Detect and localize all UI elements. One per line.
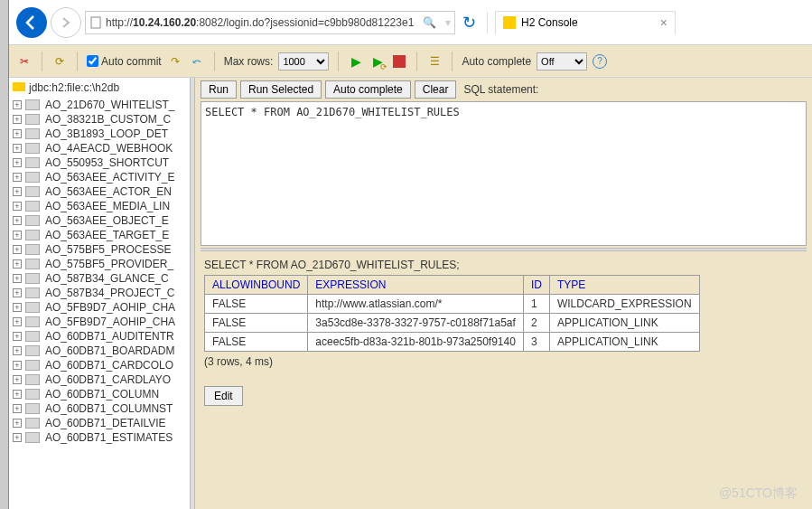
clear-button[interactable]: Clear (415, 80, 457, 99)
expand-icon[interactable]: + (13, 245, 22, 254)
column-header[interactable]: TYPE (549, 276, 699, 295)
tree-item[interactable]: +AO_60DB71_DETAILVIE (9, 416, 194, 430)
table-row[interactable]: FALSE3a53cd8e-3378-3327-9757-c0188f71a5a… (205, 314, 700, 333)
column-header[interactable]: ID (523, 276, 549, 295)
column-header[interactable]: EXPRESSION (308, 276, 524, 295)
tree-pane: jdbc:h2:file:c:\h2db +AO_21D670_WHITELIS… (9, 78, 195, 509)
expand-icon[interactable]: + (13, 158, 22, 167)
tree-item[interactable]: +AO_5FB9D7_AOHIP_CHA (9, 315, 194, 329)
auto-commit-toggle[interactable]: Auto commit (87, 55, 162, 68)
sql-editor[interactable] (201, 101, 807, 246)
tree-item[interactable]: +AO_563AEE_TARGET_E (9, 228, 194, 242)
browser-tab[interactable]: H2 Console × (495, 11, 676, 34)
horizontal-splitter[interactable] (201, 248, 807, 251)
refresh-tree-icon[interactable]: ⟳ (51, 53, 68, 70)
tree-item-label: AO_550953_SHORTCUT (45, 156, 169, 169)
table-icon (25, 143, 40, 154)
tree-item[interactable]: +AO_60DB71_ESTIMATES (9, 430, 194, 445)
expand-icon[interactable]: + (13, 361, 22, 370)
tree-item[interactable]: +AO_3B1893_LOOP_DET (9, 127, 194, 141)
tree-item[interactable]: +AO_60DB71_COLUMN (9, 387, 194, 401)
tree-item[interactable]: +AO_60DB71_CARDCOLO (9, 358, 194, 372)
expand-icon[interactable]: + (13, 216, 22, 225)
expand-icon[interactable]: + (13, 231, 22, 240)
tree-item[interactable]: +AO_60DB71_AUDITENTR (9, 329, 194, 344)
run-button[interactable]: Run (201, 80, 237, 99)
expand-icon[interactable]: + (13, 433, 22, 442)
tree-item[interactable]: +AO_587B34_PROJECT_C (9, 286, 194, 300)
result-meta: (3 rows, 4 ms) (204, 355, 803, 368)
tree-item-label: AO_60DB71_ESTIMATES (45, 431, 173, 444)
auto-commit-checkbox[interactable] (87, 55, 98, 67)
column-header[interactable]: ALLOWINBOUND (205, 276, 308, 295)
table-cell: APPLICATION_LINK (549, 314, 699, 333)
expand-icon[interactable]: + (13, 317, 22, 326)
address-bar[interactable]: http://10.24.160.20:8082/login.do?jsessi… (85, 11, 455, 34)
expand-icon[interactable]: + (13, 274, 22, 283)
table-icon (25, 389, 40, 400)
tree-item[interactable]: +AO_60DB71_CARDLAYO (9, 372, 194, 387)
expand-icon[interactable]: + (13, 144, 22, 153)
expand-icon[interactable]: + (13, 202, 22, 211)
tree-item[interactable]: +AO_4AEACD_WEBHOOK (9, 141, 194, 156)
table-row[interactable]: FALSEaceec5fb-d83a-321b-801b-973a250f914… (205, 333, 700, 352)
expand-icon[interactable]: + (13, 259, 22, 269)
tree-item[interactable]: +AO_563AEE_MEDIA_LIN (9, 199, 194, 213)
expand-icon[interactable]: + (13, 303, 22, 312)
tree-root[interactable]: jdbc:h2:file:c:\h2db (9, 78, 194, 98)
expand-icon[interactable]: + (13, 390, 22, 399)
expand-icon[interactable]: + (13, 129, 22, 138)
expand-icon[interactable]: + (13, 100, 22, 109)
table-row[interactable]: FALSEhttp://www.atlassian.com/*1WILDCARD… (205, 295, 700, 314)
close-icon[interactable]: × (660, 15, 667, 30)
max-rows-label: Max rows: (224, 55, 274, 68)
tree-item-label: AO_5FB9D7_AOHIP_CHA (45, 301, 175, 314)
auto-complete-select[interactable]: Off (537, 52, 587, 71)
table-cell: aceec5fb-d83a-321b-801b-973a250f9140 (308, 333, 524, 352)
auto-complete-button[interactable]: Auto complete (325, 80, 411, 99)
tree-item[interactable]: +AO_563AEE_ACTIVITY_E (9, 170, 194, 184)
run-selected-button[interactable]: Run Selected (240, 80, 322, 99)
expand-icon[interactable]: + (13, 404, 22, 413)
expand-icon[interactable]: + (13, 419, 22, 428)
tree-item[interactable]: +AO_575BF5_PROCESSE (9, 242, 194, 257)
tree-item[interactable]: +AO_60DB71_BOARDADM (9, 344, 194, 358)
expand-icon[interactable]: + (13, 332, 22, 341)
run-icon[interactable]: ▶ (348, 53, 364, 70)
vertical-splitter[interactable] (190, 78, 195, 509)
table-icon (25, 157, 40, 168)
tree-item-label: AO_575BF5_PROCESSE (45, 243, 171, 256)
stop-icon[interactable] (391, 53, 407, 70)
search-icon[interactable]: 🔍 (423, 16, 436, 29)
expand-icon[interactable]: + (13, 187, 22, 196)
commit-icon[interactable]: ↷ (167, 53, 183, 70)
run-selected-icon[interactable]: ▶⟳ (369, 53, 386, 70)
tree-item[interactable]: +AO_5FB9D7_AOHIP_CHA (9, 300, 194, 315)
expand-icon[interactable]: + (13, 115, 22, 124)
help-icon[interactable]: ? (593, 54, 607, 69)
table-icon (25, 128, 40, 139)
back-button[interactable] (16, 7, 47, 38)
tree-item[interactable]: +AO_563AEE_OBJECT_E (9, 213, 194, 228)
disconnect-icon[interactable]: ✂ (16, 53, 33, 70)
rollback-icon[interactable]: ⤺ (189, 53, 205, 70)
history-icon[interactable]: ☰ (426, 53, 443, 70)
max-rows-select[interactable]: 1000 (278, 52, 329, 71)
tab-separator (487, 12, 488, 33)
edit-button[interactable]: Edit (204, 386, 243, 406)
tree-item[interactable]: +AO_550953_SHORTCUT (9, 156, 194, 170)
tree-item[interactable]: +AO_563AEE_ACTOR_EN (9, 184, 194, 199)
tree-item[interactable]: +AO_21D670_WHITELIST_ (9, 98, 194, 112)
expand-icon[interactable]: + (13, 375, 22, 384)
tree-item[interactable]: +AO_575BF5_PROVIDER_ (9, 257, 194, 271)
tree-item[interactable]: +AO_587B34_GLANCE_C (9, 271, 194, 286)
tree-item[interactable]: +AO_60DB71_COLUMNST (9, 401, 194, 416)
table-icon (25, 287, 40, 298)
table-icon (25, 331, 40, 342)
expand-icon[interactable]: + (13, 346, 22, 355)
expand-icon[interactable]: + (13, 288, 22, 297)
tree-item[interactable]: +AO_38321B_CUSTOM_C (9, 112, 194, 127)
forward-button[interactable] (51, 7, 81, 38)
expand-icon[interactable]: + (13, 173, 22, 182)
refresh-icon[interactable]: ↻ (462, 13, 476, 33)
